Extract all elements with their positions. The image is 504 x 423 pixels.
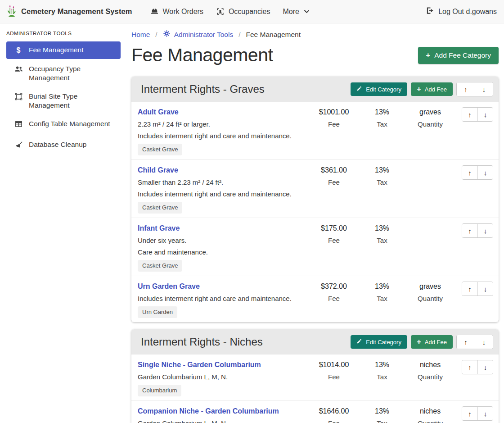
fee-amount: $372.00	[309, 282, 359, 291]
plus-icon: +	[417, 339, 421, 345]
move-fee-up-button[interactable]: ↑	[462, 282, 477, 296]
fee-tag-badge: Columbarium	[138, 385, 181, 396]
arrow-down-icon: ↓	[484, 410, 487, 418]
arrow-up-icon: ↑	[468, 227, 472, 235]
fee-reorder-group: ↑ ↓	[462, 165, 493, 180]
vector-square-icon	[14, 92, 23, 103]
quantity-label: Quantity	[405, 294, 455, 303]
nav-item-work-orders[interactable]: Work Orders	[144, 4, 210, 19]
logout-icon	[426, 6, 434, 17]
nav-item-occupancies[interactable]: Occupancies	[210, 4, 277, 19]
tax-label: Tax	[359, 419, 405, 423]
fee-description: Garden Columbarium L, M, N,	[138, 418, 306, 423]
fee-reorder-group: ↑ ↓	[462, 360, 493, 374]
move-fee-up-button[interactable]: ↑	[462, 108, 477, 121]
edit-category-button[interactable]: Edit Category	[351, 82, 407, 96]
category-header: Interment Rights - Niches Edit Category …	[131, 329, 499, 355]
sidebar-item-database-cleanup[interactable]: Database Cleanup	[6, 136, 121, 155]
move-fee-up-button[interactable]: ↑	[462, 166, 477, 179]
tax-percent: 13%	[359, 360, 405, 370]
logout-button[interactable]: Log Out d.gowans	[426, 3, 497, 20]
move-fee-up-button[interactable]: ↑	[462, 407, 477, 420]
tax-percent: 13%	[359, 282, 405, 291]
tax-label: Tax	[359, 294, 405, 303]
fee-description: Includes interment right and care and ma…	[138, 131, 306, 141]
dollar-icon: $	[14, 46, 23, 55]
move-category-up-button[interactable]: ↑	[457, 335, 475, 349]
quantity-label: Quantity	[405, 373, 455, 382]
fee-tag-badge: Urn Garden	[138, 306, 177, 318]
nav-item-more[interactable]: More	[276, 4, 316, 19]
fee-description: Includes interment right and care and ma…	[138, 189, 306, 199]
plus-icon: +	[426, 52, 430, 59]
arrow-up-icon: ↑	[468, 285, 472, 293]
fee-label: Fee	[309, 294, 359, 303]
fee-description: Care and maintenance.	[138, 247, 306, 257]
fee-label: Fee	[309, 236, 359, 245]
fee-label: Fee	[309, 419, 359, 423]
fee-name-link[interactable]: Child Grave	[138, 165, 178, 175]
move-fee-down-button[interactable]: ↓	[477, 108, 493, 121]
app-brand[interactable]: Cemetery Management System	[6, 5, 132, 19]
category-header: Interment Rights - Graves Edit Category …	[131, 77, 499, 102]
arrow-up-icon: ↑	[468, 111, 472, 118]
sidebar-item-fee-management[interactable]: $ Fee Management	[6, 41, 121, 59]
edit-category-button[interactable]: Edit Category	[351, 335, 407, 349]
category-reorder-group: ↑ ↓	[456, 82, 493, 96]
move-fee-down-button[interactable]: ↓	[477, 360, 493, 374]
breadcrumb-admin-tools-link[interactable]: Administrator Tools	[163, 30, 234, 39]
fee-name-link[interactable]: Single Niche - Garden Columbarium	[138, 360, 261, 370]
fee-rows: Single Niche - Garden Columbarium Garden…	[131, 355, 499, 423]
move-fee-down-button[interactable]: ↓	[477, 407, 493, 420]
sidebar-item-burial-site-type-management[interactable]: Burial Site Type Management	[6, 88, 121, 114]
move-category-down-button[interactable]: ↓	[475, 82, 493, 96]
fee-tag-badge: Casket Grave	[138, 144, 182, 155]
quantity-unit: graves	[405, 282, 455, 291]
move-fee-down-button[interactable]: ↓	[477, 166, 493, 179]
chevron-down-icon	[303, 8, 310, 15]
add-fee-button[interactable]: + Add Fee	[411, 82, 453, 96]
fee-amount: $361.00	[309, 165, 359, 175]
broom-icon	[14, 141, 23, 151]
arrow-up-icon: ↑	[468, 410, 472, 418]
move-category-down-button[interactable]: ↓	[475, 335, 493, 349]
fee-name-link[interactable]: Adult Grave	[138, 107, 179, 117]
pencil-icon	[356, 86, 362, 93]
fee-name-link[interactable]: Infant Grave	[138, 223, 180, 233]
tax-label: Tax	[359, 236, 405, 245]
move-fee-down-button[interactable]: ↓	[477, 224, 493, 237]
move-fee-down-button[interactable]: ↓	[477, 282, 493, 296]
admin-sidebar: ADMINISTRATOR TOOLS $ Fee Management Occ…	[0, 23, 126, 157]
move-fee-up-button[interactable]: ↑	[462, 224, 477, 237]
fee-row: Adult Grave 2.23 m² / 24 ft² or larger.I…	[131, 102, 499, 159]
fee-name-link[interactable]: Urn Garden Grave	[138, 282, 200, 291]
breadcrumb-separator: /	[238, 31, 240, 39]
table-icon	[14, 120, 23, 131]
quantity-label: Quantity	[405, 419, 455, 423]
fee-name-link[interactable]: Companion Niche - Garden Columbarium	[138, 406, 279, 416]
add-fee-category-button[interactable]: + Add Fee Category	[418, 47, 499, 64]
sidebar-item-config-table-management[interactable]: Config Table Management	[6, 115, 121, 135]
move-category-up-button[interactable]: ↑	[457, 82, 475, 96]
move-fee-up-button[interactable]: ↑	[462, 360, 477, 374]
sidebar-item-occupancy-type-management[interactable]: Occupancy Type Management	[6, 60, 121, 86]
users-icon	[14, 65, 23, 76]
arrow-down-icon: ↓	[484, 285, 487, 293]
fee-amount: $1014.00	[309, 360, 359, 370]
breadcrumb-separator: /	[155, 31, 157, 39]
fee-row: Urn Garden Grave Includes interment righ…	[131, 276, 499, 322]
breadcrumb-home-link[interactable]: Home	[131, 31, 150, 39]
fee-description: Smaller than 2.23 m² / 24 ft².	[138, 177, 306, 187]
fee-category-card: Interment Rights - Graves Edit Category …	[131, 77, 499, 322]
arrow-down-icon: ↓	[482, 86, 486, 93]
tax-label: Tax	[359, 120, 405, 129]
sidebar-heading: ADMINISTRATOR TOOLS	[6, 31, 121, 36]
fee-amount: $1646.00	[309, 406, 359, 416]
gear-icon	[163, 30, 171, 39]
tax-percent: 13%	[359, 406, 405, 416]
fee-rows: Adult Grave 2.23 m² / 24 ft² or larger.I…	[131, 102, 499, 322]
quantity-unit: graves	[405, 107, 455, 117]
logout-label: Log Out d.gowans	[438, 8, 497, 16]
add-fee-button[interactable]: + Add Fee	[411, 335, 453, 349]
occupancy-portrait-icon	[216, 7, 225, 16]
